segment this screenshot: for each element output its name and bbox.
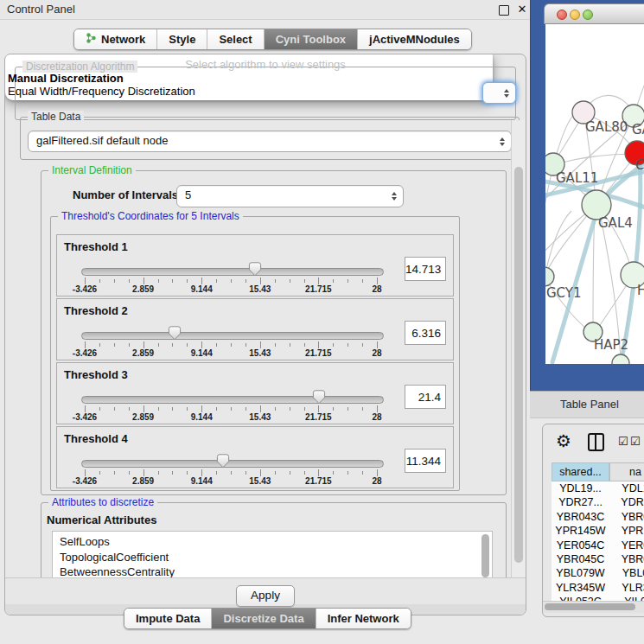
network-node[interactable] xyxy=(612,354,629,364)
slider-ticks xyxy=(85,341,377,348)
slider-track[interactable] xyxy=(81,332,384,340)
numerical-attributes-label: Numerical Attributes xyxy=(47,513,156,526)
threshold-panel: Threshold 3-3.4262.8599.14415.4321.71528… xyxy=(56,362,454,424)
apply-button[interactable]: Apply xyxy=(236,585,295,607)
tick-label: 28 xyxy=(372,348,381,358)
network-window-titlebar[interactable] xyxy=(544,3,644,24)
algorithm-option[interactable]: Manual Discretization xyxy=(8,72,124,85)
window-minimize-icon[interactable] xyxy=(570,10,580,20)
gear-icon[interactable]: ⚙ xyxy=(556,430,571,451)
column-header-1[interactable]: shared... xyxy=(552,462,609,481)
table-row[interactable]: YPR145WYPR1 xyxy=(552,524,644,538)
table-row[interactable]: YIL052CYIL0 xyxy=(552,595,644,601)
table-cell: YER054C xyxy=(552,539,609,552)
tab-select[interactable]: Select xyxy=(207,29,264,49)
table-cell: YIL052C xyxy=(552,595,609,601)
network-desktop: GAL80GACGAL11GAL4GCY1HHAP2 xyxy=(530,0,644,391)
tab-infer-network[interactable]: Infer Network xyxy=(316,609,411,628)
tick-label: 15.43 xyxy=(249,476,271,486)
table-cell: YIL0 xyxy=(609,595,644,601)
scrollbar-thumb[interactable] xyxy=(514,167,523,563)
table-cell: YDR27... xyxy=(552,495,609,509)
control-panel: Control Panel ✕ NetworkStyleSelectCyni T… xyxy=(0,0,530,644)
network-icon xyxy=(86,32,97,47)
tick-label: 28 xyxy=(372,412,381,422)
tick-label: 21.715 xyxy=(305,348,332,358)
tab-label: Discretize Data xyxy=(223,612,303,625)
algorithm-combobox[interactable] xyxy=(482,82,516,104)
scrollbar-thumb[interactable] xyxy=(545,603,635,610)
table-row[interactable]: YER054CYER0 xyxy=(552,539,644,552)
table-cell: YER0 xyxy=(609,539,644,552)
slider-thumb[interactable] xyxy=(312,390,326,405)
checkbox-icon[interactable]: ☑ xyxy=(618,435,628,448)
tab-label: Select xyxy=(219,33,252,46)
table-panel-box: ⚙ ☑ ☑ shared...na YDL19...YDL1YDR27...YD… xyxy=(542,424,644,617)
table-cell: YDL19... xyxy=(552,481,609,495)
table-cell: YBL0 xyxy=(609,566,644,580)
tick-label: 2.859 xyxy=(132,284,154,294)
list-scrollbar[interactable] xyxy=(481,534,489,577)
threshold-label: Threshold 2 xyxy=(64,304,128,317)
control-panel-scrollbar[interactable] xyxy=(511,120,526,577)
float-window-icon[interactable] xyxy=(499,5,509,16)
thresholds-group: Threshold's Coordinates for 5 Intervals … xyxy=(50,216,460,491)
table-cell: YBR043C xyxy=(552,510,609,524)
tick-label: -3.426 xyxy=(73,412,97,422)
slider-thumb[interactable] xyxy=(216,454,230,469)
attribute-item[interactable]: SelfLoops xyxy=(53,532,492,550)
slider-thumb[interactable] xyxy=(168,326,182,341)
network-canvas[interactable]: GAL80GACGAL11GAL4GCY1HHAP2 xyxy=(545,24,644,364)
table-row[interactable]: YBR045CYBR0 xyxy=(552,552,644,566)
algorithm-option[interactable]: Equal Width/Frequency Discretization xyxy=(8,85,195,98)
tab-cyni-toolbox[interactable]: Cyni Toolbox xyxy=(265,29,358,49)
close-icon[interactable]: ✕ xyxy=(515,2,529,17)
number-of-intervals-combobox[interactable]: 5 xyxy=(176,185,404,207)
threshold-value-field[interactable]: 11.344 xyxy=(405,449,446,473)
tab-discretize-data[interactable]: Discretize Data xyxy=(212,609,316,628)
slider-scale-labels: -3.4262.8599.14415.4321.71528 xyxy=(85,412,377,423)
tick-label: 9.144 xyxy=(191,412,213,422)
table-row[interactable]: YBR043CYBR0 xyxy=(552,510,644,524)
table-cell: YBR0 xyxy=(609,510,644,524)
threshold-value-field[interactable]: 6.316 xyxy=(405,321,446,345)
table-data-combobox[interactable]: galFiltered.sif default node xyxy=(28,131,512,152)
table-row[interactable]: YBL079WYBL0 xyxy=(552,566,644,580)
tick-label: 2.859 xyxy=(132,412,154,422)
cyni-bottom-tabbar: Impute DataDiscretize DataInfer Network xyxy=(124,608,411,629)
window-close-icon[interactable] xyxy=(557,10,567,20)
window-zoom-icon[interactable] xyxy=(583,10,593,20)
column-layout-icon[interactable] xyxy=(588,433,604,451)
table-cell: YLR345W xyxy=(552,581,609,595)
tab-impute-data[interactable]: Impute Data xyxy=(124,609,212,628)
tab-jactivemnodules[interactable]: jActiveMNodules xyxy=(358,29,471,49)
table-row[interactable]: YLR345WYLR3 xyxy=(552,581,644,595)
threshold-label: Threshold 1 xyxy=(64,240,128,253)
tick-label: 9.144 xyxy=(191,284,213,294)
tab-network[interactable]: Network xyxy=(74,29,157,49)
attribute-item[interactable]: TopologicalCoefficient xyxy=(53,550,492,565)
tick-label: 9.144 xyxy=(191,348,213,358)
slider-thumb[interactable] xyxy=(248,262,262,277)
tick-label: 21.715 xyxy=(305,412,332,422)
table-cell: YDL1 xyxy=(609,481,644,495)
slider-track[interactable] xyxy=(81,460,384,468)
tab-style[interactable]: Style xyxy=(157,29,207,49)
network-node-label: GAL80 xyxy=(585,119,628,135)
control-panel-tabbar: NetworkStyleSelectCyni ToolboxjActiveMNo… xyxy=(73,29,472,50)
tick-label: -3.426 xyxy=(73,476,97,486)
threshold-value-field[interactable]: 14.713 xyxy=(405,257,446,281)
table-row[interactable]: YDL19...YDL1 xyxy=(552,481,644,495)
table-horizontal-scrollbar[interactable] xyxy=(543,601,644,613)
tick-label: 15.43 xyxy=(249,284,271,294)
network-node[interactable] xyxy=(545,267,554,286)
threshold-value-field[interactable]: 21.4 xyxy=(405,385,446,409)
table-panel-titlebar: Table Panel xyxy=(530,391,644,418)
slider-track[interactable] xyxy=(81,268,384,276)
table-header-row: shared...na xyxy=(552,462,644,481)
table-row[interactable]: YDR27...YDR2 xyxy=(552,495,644,509)
checkbox-icon[interactable]: ☑ xyxy=(630,435,641,448)
column-header-2[interactable]: na xyxy=(609,462,644,481)
tick-label: -3.426 xyxy=(73,284,97,294)
slider-track[interactable] xyxy=(81,396,384,404)
